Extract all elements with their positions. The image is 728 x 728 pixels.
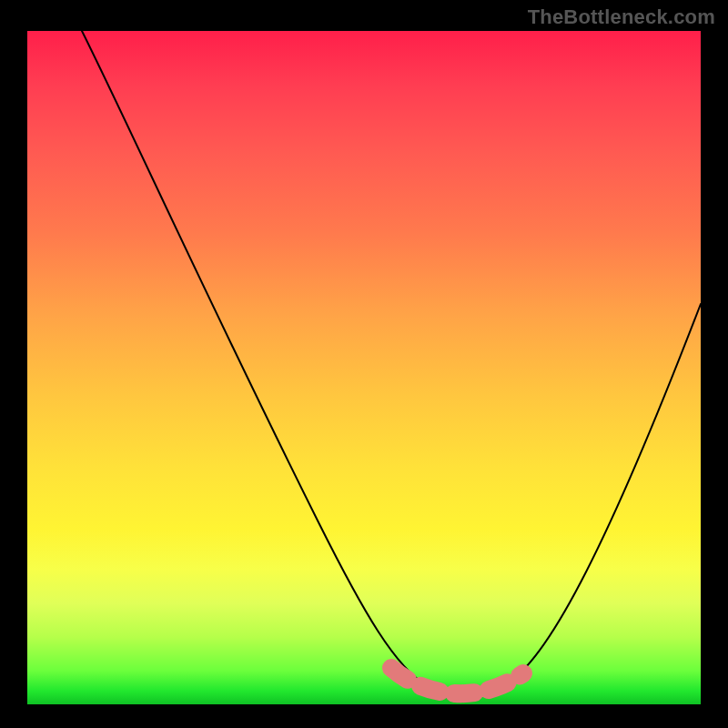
plot-area (27, 31, 701, 704)
attribution-label: TheBottleneck.com (528, 5, 715, 29)
chart-frame: TheBottleneck.com (0, 0, 728, 728)
bottleneck-curve (82, 31, 701, 696)
optimal-range-marker (391, 668, 523, 693)
curve-svg (27, 31, 701, 704)
